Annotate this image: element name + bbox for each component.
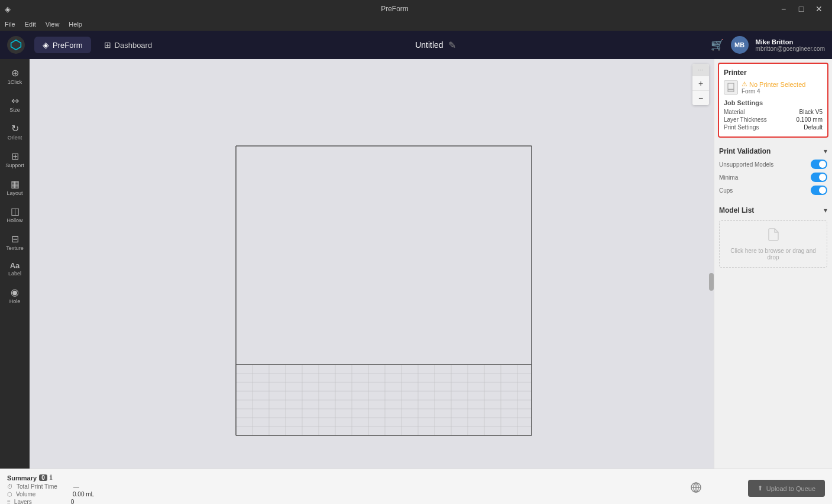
3d-box-wireframe xyxy=(165,75,579,489)
unsupported-models-row: Unsupported Models xyxy=(719,158,827,171)
oneclick-icon: ⊕ xyxy=(11,67,19,79)
print-time-value: — xyxy=(73,483,79,490)
hole-icon: ◉ xyxy=(11,287,19,298)
summary-rows: ⏱ Total Print Time — ⬡ Volume 0.00 mL ≡ … xyxy=(7,483,94,504)
material-row: Material Black V5 xyxy=(724,109,823,115)
support-icon: ⊞ xyxy=(11,151,19,162)
texture-icon: ⊟ xyxy=(11,233,19,245)
svg-rect-37 xyxy=(728,90,734,92)
close-button[interactable]: ✕ xyxy=(811,1,827,17)
canvas-area[interactable]: ⋯ + − xyxy=(30,59,714,504)
volume-icon: ⬡ xyxy=(7,491,12,498)
nav-center: Untitled ✎ xyxy=(165,40,705,51)
app-logo xyxy=(7,36,25,54)
print-time-icon: ⏱ xyxy=(7,483,13,490)
tool-support[interactable]: ⊞ Support xyxy=(2,147,28,173)
zoom-drag-handle[interactable]: ⋯ xyxy=(692,64,709,76)
material-label: Material xyxy=(724,109,745,115)
hollow-icon: ◫ xyxy=(11,206,20,217)
upload-label: Upload to Queue xyxy=(766,485,815,492)
cups-label: Cups xyxy=(719,187,733,194)
svg-rect-36 xyxy=(728,83,734,89)
tool-hole[interactable]: ◉ Hole xyxy=(2,283,28,308)
tab-preform-label: PreForm xyxy=(53,41,83,50)
vertical-scrollbar[interactable] xyxy=(709,273,714,291)
print-validation-title: Print Validation xyxy=(719,147,771,155)
document-title: Untitled xyxy=(415,40,443,50)
warning-icon: ⚠ xyxy=(742,80,747,88)
model-list-chevron-icon: ▾ xyxy=(824,206,827,214)
tab-dashboard[interactable]: ⊞ Dashboard xyxy=(96,37,161,53)
print-validation-header[interactable]: Print Validation ▾ xyxy=(719,145,827,158)
model-list-title: Model List xyxy=(719,206,754,214)
tool-size-label: Size xyxy=(9,108,20,113)
tool-label-label: Label xyxy=(8,271,21,277)
model-drop-zone[interactable]: Click here to browse or drag and drop xyxy=(719,220,827,268)
edit-title-icon[interactable]: ✎ xyxy=(448,40,456,51)
tool-label[interactable]: Aa Label xyxy=(2,258,28,281)
unsupported-models-label: Unsupported Models xyxy=(719,161,773,168)
cups-row: Cups xyxy=(719,184,827,197)
tool-texture[interactable]: ⊟ Texture xyxy=(2,230,28,255)
menu-help[interactable]: Help xyxy=(69,21,82,28)
nav-right: 🛒 MB Mike Britton mbritton@goengineer.co… xyxy=(711,36,825,54)
print-settings-label: Print Settings xyxy=(724,124,759,131)
preform-icon: ◈ xyxy=(43,40,49,50)
volume-value: 0.00 mL xyxy=(73,491,94,498)
layers-row: ≡ Layers 0 xyxy=(7,499,94,504)
cart-icon[interactable]: 🛒 xyxy=(711,38,724,51)
total-print-time-row: ⏱ Total Print Time — xyxy=(7,483,94,490)
tool-hollow[interactable]: ◫ Hollow xyxy=(2,202,28,227)
unsupported-models-toggle[interactable] xyxy=(811,160,827,169)
volume-label: Volume xyxy=(16,491,69,498)
bottom-bar: Summary 0 ℹ ⏱ Total Print Time — ⬡ Volum… xyxy=(0,469,832,504)
minima-toggle[interactable] xyxy=(811,173,827,182)
svg-marker-0 xyxy=(11,40,21,50)
maximize-button[interactable]: □ xyxy=(793,1,810,17)
layers-label: Layers xyxy=(14,499,67,504)
tool-layout[interactable]: ▦ Layout xyxy=(2,175,28,200)
print-time-label: Total Print Time xyxy=(17,483,70,490)
tool-1click[interactable]: ⊕ 1Click xyxy=(2,64,28,89)
cups-toggle[interactable] xyxy=(811,186,827,195)
layout-icon: ▦ xyxy=(11,178,20,190)
summary-title: Summary 0 ℹ xyxy=(7,474,94,482)
menu-file[interactable]: File xyxy=(5,21,15,28)
summary-badge: 0 xyxy=(39,474,47,481)
model-list-header[interactable]: Model List ▾ xyxy=(719,204,827,217)
tab-preform[interactable]: ◈ PreForm xyxy=(34,37,91,53)
tab-dashboard-label: Dashboard xyxy=(115,41,153,50)
app-icon: ◈ xyxy=(5,5,11,14)
upload-to-queue-button[interactable]: ⬆ Upload to Queue xyxy=(748,480,825,497)
no-printer-label: No Printer Selected xyxy=(749,81,805,88)
zoom-controls[interactable]: ⋯ + − xyxy=(692,64,709,105)
zoom-out-button[interactable]: − xyxy=(692,91,709,105)
user-info: Mike Britton mbritton@goengineer.com xyxy=(756,38,825,52)
print-settings-value: Default xyxy=(804,124,823,131)
user-name: Mike Britton xyxy=(756,38,825,45)
tool-orient[interactable]: ↻ Orient xyxy=(2,119,28,145)
3d-viewport[interactable] xyxy=(30,59,714,504)
job-settings: Job Settings Material Black V5 Layer Thi… xyxy=(724,99,823,131)
layer-thickness-value: 0.100 mm xyxy=(797,116,823,123)
logo-icon xyxy=(7,36,25,54)
user-avatar[interactable]: MB xyxy=(731,36,749,54)
print-validation-section: Print Validation ▾ Unsupported Models Mi… xyxy=(714,141,832,200)
menu-edit[interactable]: Edit xyxy=(25,21,36,28)
summary-info-icon[interactable]: ℹ xyxy=(50,474,52,482)
tool-hole-label: Hole xyxy=(9,299,21,305)
printer-thumbnail xyxy=(724,80,738,95)
viewport-control-icon[interactable] xyxy=(690,482,702,496)
tool-orient-label: Orient xyxy=(8,135,22,141)
volume-row: ⬡ Volume 0.00 mL xyxy=(7,491,94,498)
minimize-button[interactable]: − xyxy=(775,1,792,17)
zoom-in-button[interactable]: + xyxy=(692,76,709,90)
tool-size[interactable]: ⇔ Size xyxy=(2,92,28,117)
summary-title-text: Summary xyxy=(7,474,37,482)
layers-value: 0 xyxy=(71,499,75,504)
printer-name-block: ⚠ No Printer Selected Form 4 xyxy=(742,80,805,95)
size-icon: ⇔ xyxy=(11,95,19,106)
menu-view[interactable]: View xyxy=(46,21,60,28)
layers-icon: ≡ xyxy=(7,499,11,504)
layer-thickness-label: Layer Thickness xyxy=(724,116,767,123)
